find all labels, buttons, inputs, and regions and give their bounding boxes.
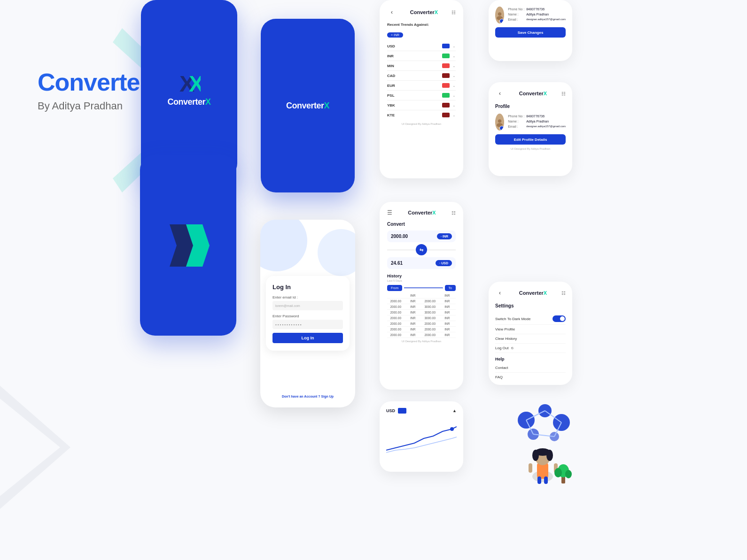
email-value: designer.aditya157@gmail.com <box>526 18 566 21</box>
signup-text: Don't have an Account ? <box>282 395 320 398</box>
name-label-2: Name : <box>508 120 524 123</box>
faq-row[interactable]: FAQ <box>495 373 566 382</box>
profile-settings-icon[interactable]: ☷ <box>561 91 566 96</box>
swap-line-left <box>387 250 416 250</box>
usd-header-row: USD ▲ <box>386 408 457 414</box>
trends-card-title: ConverterX <box>410 9 438 15</box>
svg-text:X: X <box>189 72 201 95</box>
usd-currency-label: USD <box>386 408 395 413</box>
edit-profile-button[interactable]: Edit Profile Details <box>495 134 566 145</box>
convert-card-header: ☰ ConverterX ☷ <box>387 209 456 216</box>
history-table-row: 2000.00INR3000.00INR <box>387 304 456 310</box>
history-table-row: 2000.00INR2000.00INR <box>387 332 456 338</box>
back-button[interactable]: ‹ <box>387 8 397 17</box>
clear-history-label: Clear History <box>495 337 517 341</box>
phone-standalone-screen <box>140 155 236 336</box>
login-title: Log In <box>272 284 343 291</box>
profile-card-main: ‹ ConverterX ☷ Profile Phone No : 848077… <box>489 82 572 176</box>
usd-chevron[interactable]: ▲ <box>452 408 457 413</box>
convert-card-title: ConverterX <box>408 210 436 215</box>
login-button[interactable]: Log In <box>272 333 343 343</box>
history-to-button[interactable]: To <box>445 285 456 291</box>
login-password-input[interactable]: •••••••••••• <box>272 320 343 329</box>
help-section-title: Help <box>495 357 566 361</box>
currency-row[interactable]: USD ⌄ <box>387 41 456 51</box>
settings-card-title: ConverterX <box>519 290 547 296</box>
profile-email-row: Email : designer.aditya157@gmail.com <box>508 18 566 21</box>
phone-label: Phone No : <box>508 8 524 11</box>
logout-label: Log Out ⎋ <box>495 346 514 350</box>
phone-label-2: Phone No : <box>508 115 524 118</box>
currency-row[interactable]: EUR ⌄ <box>387 81 456 91</box>
settings-icon[interactable]: ☷ <box>451 10 456 15</box>
dark-mode-row: Switch To Dark Mode <box>495 313 566 325</box>
convert-settings-icon[interactable]: ☷ <box>451 210 456 215</box>
svg-point-35 <box>554 468 562 477</box>
dark-mode-toggle[interactable] <box>552 315 566 322</box>
avatar-online-2 <box>499 126 504 130</box>
profile-info-2: Phone No : 8480776736 Name : Aditya Prad… <box>508 115 566 130</box>
convert-watermark: UI Designed By Aditya Pradhan <box>387 340 456 343</box>
view-profile-row[interactable]: View Profile <box>495 325 566 334</box>
profile-name-row-2: Name : Aditya Pradhan <box>508 120 566 123</box>
svg-point-36 <box>565 470 572 478</box>
history-table: INRINR2000.00INR2000.00INR2000.00INR3000… <box>387 293 456 338</box>
logout-row[interactable]: Log Out ⎋ <box>495 344 566 353</box>
logout-icon: ⎋ <box>511 346 514 350</box>
history-subtitle: Last 5 Days <box>387 279 456 282</box>
currency-row[interactable]: KTE ⌄ <box>387 110 456 120</box>
profile-back-button[interactable]: ‹ <box>495 89 505 98</box>
svg-point-12 <box>450 427 454 431</box>
from-currency-button[interactable]: · INR <box>437 233 452 239</box>
login-form: Log In Enter email Id : lorem@mail.com E… <box>266 276 350 351</box>
illustration-area <box>489 401 592 486</box>
history-from-button[interactable]: From <box>387 285 402 291</box>
splash-x-logo: X X <box>177 72 201 95</box>
usd-chart-svg <box>386 417 457 455</box>
login-password-label: Enter Password <box>272 314 343 318</box>
history-table-row: 2000.00INR2000.00INR <box>387 327 456 332</box>
profile-card-top: Phone No : 8480776736 Name : Aditya Prad… <box>489 0 572 61</box>
svg-point-28 <box>546 450 553 461</box>
base-currency-tag[interactable]: + INR <box>387 32 403 38</box>
save-changes-button[interactable]: Save Changes <box>495 27 566 38</box>
email-label-2: Email : <box>508 125 524 128</box>
svg-point-5 <box>498 12 501 15</box>
currency-row[interactable]: CAD ⌄ <box>387 71 456 81</box>
name-value: Aditya Pradhan <box>526 13 549 16</box>
to-currency-button[interactable]: · USD <box>436 260 452 266</box>
history-section: History Last 5 Days From To INRINR2000.0… <box>387 274 456 338</box>
contact-row[interactable]: Contact <box>495 363 566 373</box>
signup-link[interactable]: Sign Up <box>321 395 334 398</box>
phone-splash-screen: X X ConverterX <box>141 0 237 178</box>
profile-avatar-2 <box>495 114 504 130</box>
login-blob-right <box>318 229 355 276</box>
svg-rect-32 <box>544 476 548 484</box>
email-value-2: designer.aditya157@gmail.com <box>526 125 566 128</box>
to-value: 24.61 <box>391 261 403 266</box>
trends-subtitle: Recent Trends Against: <box>387 23 456 27</box>
currency-row[interactable]: YBK ⌄ <box>387 100 456 110</box>
svg-point-8 <box>498 119 501 123</box>
profile-email-row-2: Email : designer.aditya157@gmail.com <box>508 125 566 128</box>
currency-list: USD ⌄ INR ⌄ MIN ⌄ CAD ⌄ EUR <box>387 41 456 120</box>
history-range-row: From To <box>387 285 456 291</box>
history-arrow <box>404 288 443 288</box>
currency-row[interactable]: INR ⌄ <box>387 51 456 61</box>
trends-watermark: UI Designed By Aditya Pradhan <box>387 123 456 125</box>
currency-row[interactable]: PSL ⌄ <box>387 91 456 100</box>
swap-icon[interactable]: ⇆ <box>416 244 427 255</box>
settings-card: ‹ ConverterX ☷ Settings Switch To Dark M… <box>489 282 572 385</box>
history-table-row: 2000.00INR3000.00INR <box>387 310 456 315</box>
settings-settings-icon[interactable]: ☷ <box>561 291 566 296</box>
convert-menu-icon[interactable]: ☰ <box>387 209 392 216</box>
currency-row[interactable]: MIN ⌄ <box>387 61 456 71</box>
login-email-input[interactable]: lorem@mail.com <box>272 301 343 310</box>
clear-history-row[interactable]: Clear History <box>495 334 566 344</box>
bg-gray-decoration <box>0 382 70 513</box>
phone-value-2: 8480776736 <box>526 115 545 118</box>
profile-phone-row-2: Phone No : 8480776736 <box>508 115 566 118</box>
profile-section-title: Profile <box>495 104 566 109</box>
settings-back-button[interactable]: ‹ <box>495 288 505 298</box>
convert-to-row: 24.61 · USD <box>387 257 456 269</box>
